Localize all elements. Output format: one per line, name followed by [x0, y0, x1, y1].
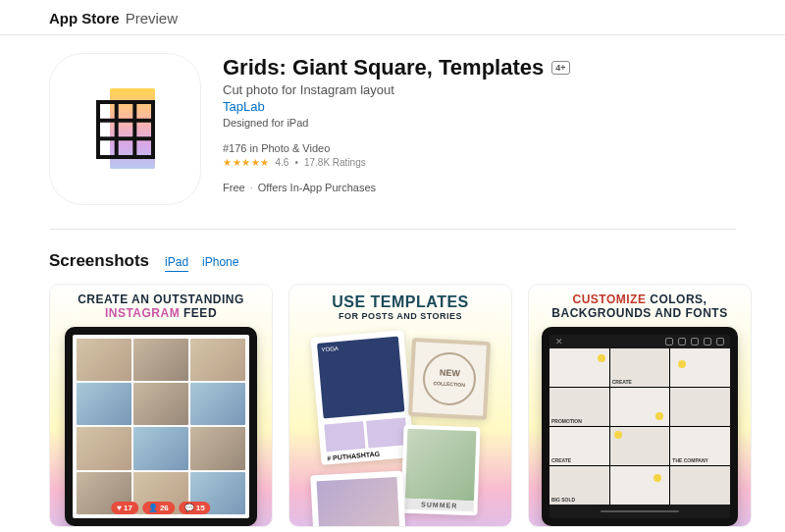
editor-bottom-bar [550, 505, 730, 518]
tool-icon [665, 338, 673, 346]
ss1-line2b: FEED [180, 306, 217, 320]
app-header: Grids: Giant Square, Templates 4+ Cut ph… [49, 53, 736, 230]
preview-label: Preview [126, 10, 178, 27]
tool-icon [678, 338, 686, 346]
app-info: Grids: Giant Square, Templates 4+ Cut ph… [223, 53, 736, 193]
rating-count: 17.8K Ratings [304, 157, 366, 168]
category-rank: #176 in Photo & Video [223, 142, 736, 154]
ss3-line1b: COLORS, [646, 293, 706, 306]
app-title: Grids: Giant Square, Templates [223, 55, 544, 80]
tool-icon [691, 338, 699, 346]
rating-row: ★★★★★ 4.6 • 17.8K Ratings [223, 157, 736, 168]
ss3-line2: BACKGROUNDS AND FONTS [551, 306, 727, 320]
tablet-frame-editor: ✕ CREATE [542, 327, 738, 526]
top-bar: App Store Preview [0, 0, 785, 35]
editor-toolbar: ✕ [550, 335, 730, 348]
screenshot-2[interactable]: USE TEMPLATES FOR POSTS AND STORIES YOGA… [288, 284, 512, 527]
ss1-line2a: INSTAGRAM [105, 306, 180, 320]
tab-ipad[interactable]: iPad [165, 255, 188, 272]
close-icon: ✕ [555, 337, 563, 346]
rating-value: 4.6 [276, 157, 289, 168]
svg-rect-0 [98, 102, 153, 157]
ss3-line1a: CUSTOMIZE [573, 293, 647, 306]
tablet-frame: ♥17 👤26 💬15 [65, 327, 257, 526]
brand-label: App Store [49, 10, 120, 27]
tool-icon [716, 338, 724, 346]
screenshot-row: CREATE AN OUTSTANDING INSTAGRAM FEED ♥17 [49, 284, 736, 527]
users-pill: 👤26 [142, 502, 175, 514]
template-cards: YOGA # PUTHASHTAG NEWCOLLECTION SUMMER [304, 328, 497, 524]
app-subtitle: Cut photo for Instagram layout [223, 82, 736, 97]
developer-link[interactable]: TapLab [223, 99, 265, 114]
section-title-screenshots: Screenshots [49, 251, 149, 271]
device-tabs: iPad iPhone [165, 255, 238, 272]
likes-pill: ♥17 [111, 502, 138, 514]
tab-iphone[interactable]: iPhone [202, 255, 238, 272]
designed-for: Designed for iPad [223, 117, 736, 129]
screenshot-1[interactable]: CREATE AN OUTSTANDING INSTAGRAM FEED ♥17 [49, 284, 273, 527]
slider [601, 510, 679, 512]
ss2-line1: USE TEMPLATES [332, 293, 469, 311]
price-row: Free · Offers In-App Purchases [223, 182, 736, 193]
screenshot-3[interactable]: CUSTOMIZE COLORS, BACKGROUNDS AND FONTS … [528, 284, 752, 527]
ss2-line2: FOR POSTS AND STORIES [332, 311, 469, 322]
comments-pill: 💬15 [179, 502, 211, 514]
iap-label: Offers In-App Purchases [258, 182, 376, 193]
main-content: Grids: Giant Square, Templates 4+ Cut ph… [0, 35, 785, 527]
screenshots-section: Screenshots iPad iPhone CREATE AN OUTSTA… [49, 251, 736, 527]
rating-separator: • [294, 157, 298, 168]
tool-icon [704, 338, 711, 346]
editor-grid: CREATE PROMOTION CREATE THE COMPANY BIG … [550, 348, 730, 505]
engagement-pills: ♥17 👤26 💬15 [111, 502, 210, 514]
age-badge: 4+ [551, 61, 569, 75]
price-label: Free [223, 182, 245, 193]
grid-icon [94, 98, 157, 161]
ss1-line1: CREATE AN OUTSTANDING [78, 293, 244, 306]
app-icon [49, 53, 201, 205]
star-icons: ★★★★★ [223, 157, 270, 168]
